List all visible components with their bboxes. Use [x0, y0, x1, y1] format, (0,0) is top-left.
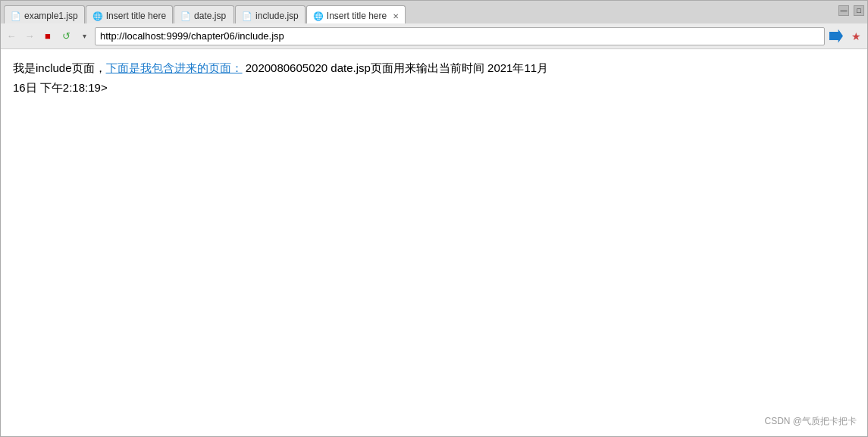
tab-label-example1: example1.jsp: [24, 11, 78, 21]
tab-insert-title-2[interactable]: 🌐 Insert title here ✕: [306, 5, 406, 23]
go-icon: [829, 30, 843, 43]
content-suffix: 2020080605020 date.jsp页面用来输出当前时间 2021年11…: [243, 61, 549, 74]
watermark: CSDN @气质把卡把卡: [764, 414, 857, 429]
tab-date[interactable]: 📄 date.jsp: [174, 5, 234, 23]
stop-button[interactable]: ■: [40, 29, 55, 44]
content-link[interactable]: 下面是我包含进来的页面：: [106, 61, 243, 74]
tab-label-insert1: Insert title here: [106, 11, 166, 21]
tab-label-insert2: Insert title here: [327, 11, 387, 21]
tab-label-include: include.jsp: [255, 11, 299, 21]
tab-icon-include: 📄: [242, 11, 252, 21]
content-line2: 16日 下午2:18:19>: [13, 81, 108, 94]
go-button[interactable]: [828, 27, 844, 45]
back-button[interactable]: ←: [4, 29, 19, 44]
tab-label-date: date.jsp: [194, 11, 226, 21]
tab-icon-example1: 📄: [11, 11, 21, 21]
content-prefix: 我是include页面，: [13, 61, 106, 74]
minimize-button[interactable]: —: [838, 5, 849, 16]
forward-button[interactable]: →: [22, 29, 37, 44]
tab-icon-date: 📄: [180, 11, 191, 21]
bookmark-button[interactable]: ★: [848, 28, 864, 45]
content-area: 我是include页面，下面是我包含进来的页面： 2020080605020 d…: [1, 49, 867, 436]
maximize-button[interactable]: □: [854, 5, 864, 16]
reload-button[interactable]: ↺: [58, 29, 74, 44]
tab-icon-insert1: 🌐: [92, 11, 103, 21]
tab-include[interactable]: 📄 include.jsp: [235, 5, 306, 23]
browser-window: 📄 example1.jsp 🌐 Insert title here 📄 dat…: [0, 0, 868, 437]
window-controls: — □: [838, 5, 864, 16]
tab-bar: 📄 example1.jsp 🌐 Insert title here 📄 dat…: [1, 1, 867, 23]
tab-close-icon[interactable]: ✕: [390, 12, 399, 20]
content-text: 我是include页面，下面是我包含进来的页面： 2020080605020 d…: [13, 58, 855, 97]
tab-icon-insert2: 🌐: [313, 11, 324, 21]
tab-example1[interactable]: 📄 example1.jsp: [4, 5, 85, 23]
dropdown-button[interactable]: ▾: [77, 29, 92, 44]
address-bar-row: ← → ■ ↺ ▾ ★: [1, 23, 867, 49]
tab-insert-title-1[interactable]: 🌐 Insert title here: [86, 5, 173, 23]
address-input[interactable]: [95, 27, 825, 45]
